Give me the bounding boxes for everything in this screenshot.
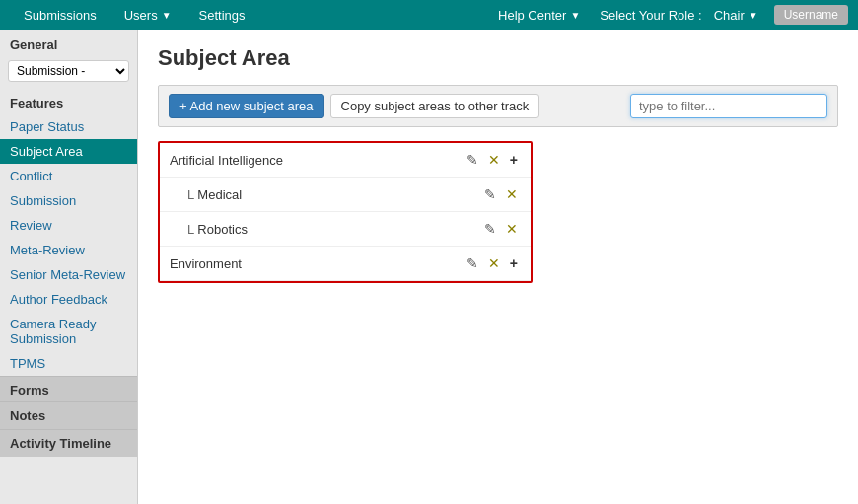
subject-row-robotics: Robotics ✎ ✕ — [160, 212, 531, 247]
subject-area-list: Artificial Intelligence ✎ ✕ + Medical ✎ … — [158, 141, 533, 283]
sidebar-item-tpms[interactable]: TPMS — [0, 351, 137, 376]
top-navigation: Submissions Users ▼ Settings Help Center… — [0, 0, 858, 30]
chair-dropdown[interactable]: Chair ▼ — [708, 0, 764, 30]
user-button[interactable]: Username — [774, 5, 848, 25]
chair-dropdown-icon: ▼ — [749, 10, 758, 21]
sidebar-item-paper-status[interactable]: Paper Status — [0, 114, 137, 139]
sidebar-item-subject-area[interactable]: Subject Area — [0, 139, 137, 164]
subject-actions-artificial-intelligence: ✎ ✕ + — [464, 151, 521, 169]
sidebar: General Submission - Features Paper Stat… — [0, 30, 138, 504]
nav-help-center[interactable]: Help Center ▼ — [484, 0, 594, 30]
delete-icon-medical[interactable]: ✕ — [503, 185, 521, 203]
sidebar-item-activity[interactable]: Activity Timeline — [0, 429, 137, 457]
edit-icon-robotics[interactable]: ✎ — [481, 220, 499, 238]
subject-row-environment: Environment ✎ ✕ + — [160, 247, 531, 281]
add-icon-environment[interactable]: + — [507, 254, 521, 272]
edit-icon-medical[interactable]: ✎ — [481, 185, 499, 203]
sidebar-item-conflict[interactable]: Conflict — [0, 164, 137, 188]
subject-name-environment: Environment — [170, 256, 464, 271]
subject-row-medical: Medical ✎ ✕ — [160, 178, 531, 212]
delete-icon-ai[interactable]: ✕ — [485, 151, 503, 169]
submission-select[interactable]: Submission - — [8, 60, 129, 82]
features-header: Features — [0, 90, 137, 114]
edit-icon-ai[interactable]: ✎ — [464, 151, 481, 169]
select-role-label: Select Your Role : — [600, 8, 701, 23]
sidebar-item-author-feedback[interactable]: Author Feedback — [0, 287, 137, 312]
subject-actions-robotics: ✎ ✕ — [481, 220, 521, 238]
sidebar-item-meta-review[interactable]: Meta-Review — [0, 238, 137, 262]
add-icon-ai[interactable]: + — [507, 151, 521, 169]
edit-icon-environment[interactable]: ✎ — [464, 254, 481, 272]
sidebar-item-camera-ready[interactable]: Camera Ready Submission — [0, 312, 137, 351]
users-dropdown-icon: ▼ — [162, 10, 172, 21]
sidebar-item-notes[interactable]: Notes — [0, 401, 137, 429]
help-dropdown-icon: ▼ — [570, 10, 580, 21]
forms-header: Forms — [0, 376, 137, 401]
subject-name-medical: Medical — [170, 187, 481, 202]
role-selector: Select Your Role : Chair ▼ — [594, 0, 769, 30]
subject-name-robotics: Robotics — [170, 222, 481, 237]
nav-users[interactable]: Users ▼ — [110, 0, 185, 30]
main-content: Subject Area + Add new subject area Copy… — [138, 30, 858, 504]
delete-icon-environment[interactable]: ✕ — [485, 254, 503, 272]
main-layout: General Submission - Features Paper Stat… — [0, 30, 858, 504]
general-header: General — [0, 30, 137, 56]
delete-icon-robotics[interactable]: ✕ — [503, 220, 521, 238]
copy-subject-areas-button[interactable]: Copy subject areas to other track — [330, 94, 540, 118]
subject-actions-medical: ✎ ✕ — [481, 185, 521, 203]
sidebar-item-review[interactable]: Review — [0, 213, 137, 238]
nav-submissions[interactable]: Submissions — [10, 0, 110, 30]
sidebar-item-submission[interactable]: Submission — [0, 188, 137, 213]
toolbar: + Add new subject area Copy subject area… — [158, 85, 838, 127]
page-title: Subject Area — [158, 45, 838, 71]
add-subject-area-button[interactable]: + Add new subject area — [169, 94, 324, 118]
subject-name-artificial-intelligence: Artificial Intelligence — [170, 153, 464, 168]
nav-settings[interactable]: Settings — [185, 0, 259, 30]
subject-actions-environment: ✎ ✕ + — [464, 254, 521, 272]
filter-input[interactable] — [630, 94, 827, 118]
subject-row-artificial-intelligence: Artificial Intelligence ✎ ✕ + — [160, 143, 531, 178]
sidebar-item-senior-meta-review[interactable]: Senior Meta-Review — [0, 262, 137, 287]
